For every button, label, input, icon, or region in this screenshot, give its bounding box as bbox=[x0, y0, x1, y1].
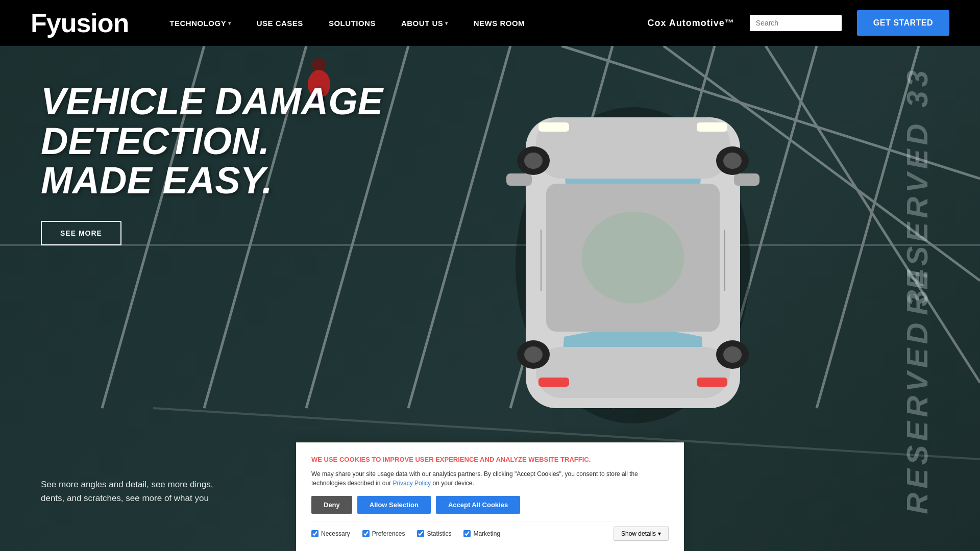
svg-rect-21 bbox=[536, 347, 730, 398]
cookie-buttons: Deny Allow Selection Accept All Cookies bbox=[311, 496, 669, 514]
cox-automotive-logo: Cox Automotive™ bbox=[647, 18, 734, 29]
reserved-34: RESERVED 34 bbox=[900, 265, 934, 514]
chevron-down-icon: ▾ bbox=[445, 20, 448, 26]
chevron-down-icon: ▾ bbox=[658, 530, 661, 537]
logo[interactable]: Fyusion bbox=[31, 8, 129, 38]
header-right: Cox Automotive™ GET STARTED bbox=[647, 10, 949, 36]
main-nav: TECHNOLOGY ▾ USE CASES SOLUTIONS ABOUT U… bbox=[169, 19, 647, 28]
cookie-check-necessary[interactable]: Necessary bbox=[311, 530, 350, 537]
nav-technology[interactable]: TECHNOLOGY ▾ bbox=[169, 19, 231, 28]
svg-rect-23 bbox=[506, 173, 532, 186]
statistics-checkbox[interactable] bbox=[417, 530, 424, 537]
see-more-button[interactable]: SEE MORE bbox=[41, 221, 121, 245]
hero-bottom-text: See more angles and detail, see more din… bbox=[41, 478, 213, 505]
svg-point-37 bbox=[582, 212, 684, 304]
nav-solutions[interactable]: SOLUTIONS bbox=[329, 19, 376, 28]
svg-point-28 bbox=[723, 153, 742, 169]
nav-about-us[interactable]: ABOUT US ▾ bbox=[401, 19, 448, 28]
hero-title: VEHICLE DAMAGE DETECTION. MADE EASY. bbox=[41, 82, 424, 201]
header: Fyusion TECHNOLOGY ▾ USE CASES SOLUTIONS… bbox=[0, 0, 980, 46]
svg-rect-36 bbox=[697, 378, 727, 387]
svg-rect-34 bbox=[697, 122, 727, 132]
nav-use-cases[interactable]: USE CASES bbox=[257, 19, 303, 28]
cookie-check-preferences[interactable]: Preferences bbox=[362, 530, 405, 537]
necessary-checkbox[interactable] bbox=[311, 530, 318, 537]
search-box bbox=[750, 15, 842, 31]
preferences-checkbox[interactable] bbox=[362, 530, 370, 537]
svg-point-26 bbox=[524, 153, 543, 169]
cookie-check-statistics[interactable]: Statistics bbox=[417, 530, 451, 537]
nav-news-room[interactable]: NEWS ROOM bbox=[474, 19, 525, 28]
svg-rect-35 bbox=[538, 378, 569, 387]
allow-selection-button[interactable]: Allow Selection bbox=[357, 496, 431, 514]
car-overhead bbox=[454, 46, 812, 464]
cookie-checkboxes: Necessary Preferences Statistics Marketi… bbox=[311, 521, 669, 541]
svg-point-30 bbox=[524, 346, 543, 363]
cookie-body-text: We may share your site usage data with o… bbox=[311, 469, 669, 488]
cookie-title: WE USE COOKIES TO IMPROVE USER EXPERIENC… bbox=[311, 455, 669, 464]
chevron-down-icon: ▾ bbox=[228, 20, 231, 26]
svg-rect-24 bbox=[734, 173, 760, 186]
marketing-checkbox[interactable] bbox=[463, 530, 471, 537]
search-input[interactable] bbox=[750, 15, 842, 31]
car-svg bbox=[485, 71, 781, 439]
cookie-check-marketing[interactable]: Marketing bbox=[463, 530, 500, 537]
show-details-button[interactable]: Show details ▾ bbox=[614, 527, 669, 541]
privacy-policy-link[interactable]: Privacy Policy bbox=[393, 480, 431, 487]
get-started-button[interactable]: GET STARTED bbox=[857, 10, 949, 36]
accept-all-cookies-button[interactable]: Accept All Cookies bbox=[436, 496, 520, 514]
svg-point-32 bbox=[723, 346, 742, 363]
cookie-banner: WE USE COOKIES TO IMPROVE USER EXPERIENC… bbox=[296, 442, 684, 551]
svg-rect-33 bbox=[538, 122, 569, 132]
hero-content: VEHICLE DAMAGE DETECTION. MADE EASY. SEE… bbox=[41, 82, 424, 245]
deny-button[interactable]: Deny bbox=[311, 496, 352, 514]
